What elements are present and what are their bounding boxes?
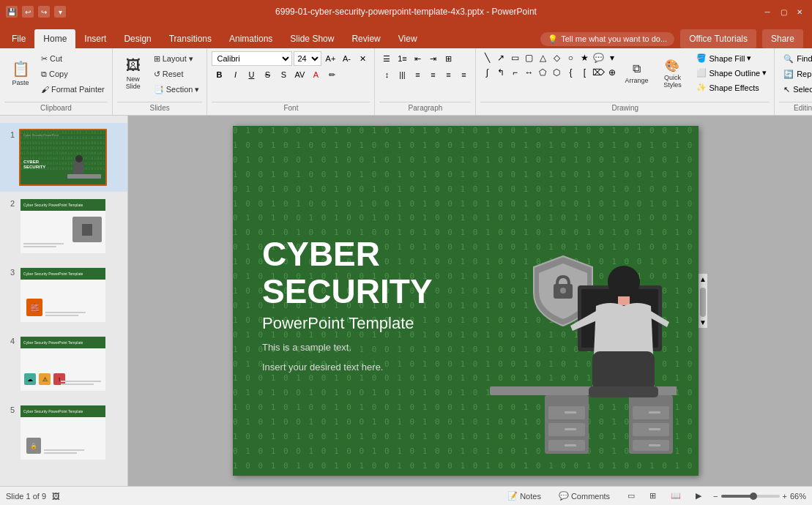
shape-oval[interactable]: ○ — [564, 51, 577, 64]
shape-rect[interactable]: ▭ — [508, 51, 521, 64]
decrease-indent-button[interactable]: ⇤ — [410, 51, 425, 66]
zoom-control[interactable]: − + 66% — [713, 492, 806, 501]
office-tutorials-button[interactable]: Office Tutorials — [680, 29, 756, 48]
shape-bend[interactable]: ↰ — [494, 66, 507, 79]
tab-review[interactable]: Review — [343, 29, 389, 48]
select-button[interactable]: ↖ Select▾ — [779, 82, 812, 97]
shape-curve[interactable]: ∫ — [480, 66, 493, 79]
shape-bracket[interactable]: [ — [578, 66, 591, 79]
smartart-button[interactable]: ⊞ — [441, 51, 455, 66]
shape-arrow[interactable]: ↗ — [494, 51, 507, 64]
justify-button[interactable]: ≡ — [456, 67, 471, 82]
align-left-button[interactable]: ≡ — [410, 67, 425, 82]
notes-button[interactable]: 📝 Notes — [502, 490, 547, 502]
shape-fill-button[interactable]: 🪣 Shape Fill▾ — [693, 51, 770, 65]
tab-transitions[interactable]: Transitions — [160, 29, 220, 48]
arrange-button[interactable]: ⧉ Arrange — [622, 51, 651, 95]
normal-view-button[interactable]: ▭ — [622, 490, 641, 502]
clear-format-button[interactable]: ✕ — [355, 51, 370, 66]
tab-file[interactable]: File — [3, 29, 34, 48]
shape-pentagon[interactable]: ⬠ — [536, 66, 549, 79]
highlight-button[interactable]: ✏ — [324, 67, 339, 82]
font-size-increase-button[interactable]: A+ — [323, 51, 338, 66]
shape-triangle[interactable]: △ — [536, 51, 549, 64]
undo-icon[interactable]: ↩ — [22, 6, 34, 18]
numbering-button[interactable]: 1≡ — [395, 51, 409, 66]
tell-me-box[interactable]: 💡 Tell me what you want to do... — [540, 32, 674, 46]
char-spacing-button[interactable]: AV — [292, 67, 307, 82]
text-shadow-button[interactable]: S — [276, 67, 291, 82]
comments-button[interactable]: 💬 Comments — [553, 490, 616, 502]
zoom-track[interactable] — [721, 495, 780, 498]
bullets-button[interactable]: ☰ — [379, 51, 394, 66]
tab-slideshow[interactable]: Slide Show — [281, 29, 343, 48]
zoom-thumb[interactable] — [750, 493, 757, 500]
font-size-select[interactable]: 24 — [294, 51, 321, 66]
bold-button[interactable]: B — [212, 67, 226, 82]
scroll-thumb[interactable] — [700, 288, 706, 317]
share-button[interactable]: Share — [762, 29, 803, 48]
quick-styles-button[interactable]: 🎨 Quick Styles — [654, 51, 690, 95]
slide-thumb-3[interactable]: 3 Cyber Security PowerPoint Template 🧱 — [0, 261, 127, 329]
redo-icon[interactable]: ↪ — [38, 6, 50, 18]
tab-home[interactable]: Home — [34, 29, 75, 48]
shape-more[interactable]: ▾ — [606, 51, 619, 64]
maximize-button[interactable]: ▢ — [777, 5, 790, 18]
section-button[interactable]: 📑 Section▾ — [151, 82, 203, 97]
slide-img-2[interactable]: Cyber Security PowerPoint Template — [19, 198, 107, 255]
slide-img-4[interactable]: Cyber Security PowerPoint Template ☁ ⚠ ! — [19, 335, 107, 392]
slide-canvas[interactable]: 0 1 0 1 0 0 1 0 1 0 0 1 0 1 0 1 0 0 1 0 … — [233, 126, 699, 476]
shape-star[interactable]: ★ — [578, 51, 591, 64]
shape-rounded-rect[interactable]: ▢ — [522, 51, 535, 64]
canvas-area[interactable]: 0 1 0 1 0 0 1 0 1 0 0 1 0 1 0 1 0 0 1 0 … — [128, 116, 812, 486]
increase-indent-button[interactable]: ⇥ — [425, 51, 440, 66]
find-button[interactable]: 🔍 Find — [779, 51, 812, 66]
tab-design[interactable]: Design — [115, 29, 160, 48]
slideshow-button[interactable]: ▶ — [690, 490, 707, 502]
slide-img-5[interactable]: Cyber Security PowerPoint Template 🔒 — [19, 404, 107, 461]
close-button[interactable]: ✕ — [793, 5, 806, 18]
line-spacing-button[interactable]: ↕ — [379, 67, 394, 82]
shape-callout[interactable]: 💬 — [592, 51, 605, 64]
reset-button[interactable]: ↺ Reset — [151, 67, 203, 81]
slide-thumb-1[interactable]: 1 010100101001010010100101001010 1001010… — [0, 123, 127, 192]
font-family-select[interactable]: Calibri — [212, 51, 292, 66]
slide-img-3[interactable]: Cyber Security PowerPoint Template 🧱 — [19, 266, 107, 323]
tab-view[interactable]: View — [390, 29, 426, 48]
reading-view-button[interactable]: 📖 — [665, 490, 687, 502]
slide-img-1[interactable]: 010100101001010010100101001010 100101001… — [19, 129, 107, 186]
cut-button[interactable]: ✂ Cut — [38, 51, 108, 66]
strikethrough-button[interactable]: S — [260, 67, 275, 82]
replace-button[interactable]: 🔄 Replace — [779, 67, 812, 81]
align-center-button[interactable]: ≡ — [425, 67, 440, 82]
shape-custom2[interactable]: ⊕ — [606, 66, 619, 79]
tab-insert[interactable]: Insert — [75, 29, 115, 48]
shape-double-arrow[interactable]: ↔ — [522, 66, 535, 79]
font-size-decrease-button[interactable]: A- — [339, 51, 354, 66]
customize-icon[interactable]: ▾ — [54, 6, 66, 18]
slide-sorter-button[interactable]: ⊞ — [644, 490, 662, 502]
save-icon[interactable]: 💾 — [6, 6, 18, 18]
format-painter-button[interactable]: 🖌 Format Painter — [38, 82, 108, 97]
shape-effects-button[interactable]: ✨ Shape Effects — [693, 81, 770, 94]
paste-button[interactable]: 📋 Paste — [4, 51, 37, 95]
font-color-button[interactable]: A — [308, 67, 323, 82]
shape-brace[interactable]: { — [564, 66, 577, 79]
tab-animations[interactable]: Animations — [220, 29, 281, 48]
copy-button[interactable]: ⧉ Copy — [38, 67, 108, 81]
slide-thumb-2[interactable]: 2 Cyber Security PowerPoint Template — [0, 192, 127, 261]
shape-outline-button[interactable]: ⬜ Shape Outline▾ — [693, 66, 770, 80]
scroll-down-button[interactable]: ▼ — [698, 317, 708, 328]
underline-button[interactable]: U — [244, 67, 258, 82]
shape-hexagon[interactable]: ⬡ — [550, 66, 563, 79]
shape-custom1[interactable]: ⌦ — [592, 66, 605, 79]
shape-connector[interactable]: ⌐ — [508, 66, 521, 79]
scroll-up-button[interactable]: ▲ — [698, 274, 708, 285]
shape-line[interactable]: ╲ — [480, 51, 493, 64]
slide-thumb-4[interactable]: 4 Cyber Security PowerPoint Template ☁ ⚠… — [0, 329, 127, 398]
canvas-scrollbar[interactable]: ▲ ▼ — [699, 274, 707, 328]
layout-button[interactable]: ⊞ Layout▾ — [151, 51, 203, 66]
col-button[interactable]: ||| — [395, 67, 409, 82]
minimize-button[interactable]: ─ — [761, 5, 774, 18]
shape-diamond[interactable]: ◇ — [550, 51, 563, 64]
